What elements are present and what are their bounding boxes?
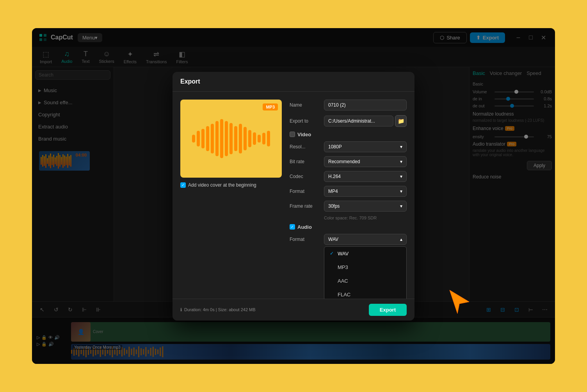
export-waveform-svg [188,115,274,162]
resolution-select[interactable]: 1080P ▾ [324,141,407,152]
framerate-row: Frame rate 30fps ▾ [290,201,407,212]
chevron-down-icon: ▾ [400,174,402,179]
svg-rect-57 [258,135,261,143]
framerate-label: Frame rate [290,203,321,209]
audio-section-header: ✓ Audio [290,224,407,230]
cover-checkbox[interactable]: ✓ [180,182,186,188]
codec-label: Codec [290,174,321,179]
export-overlay: Export MP3 [32,28,555,364]
preview-area: MP3 [180,100,282,291]
audio-format-row: Format WAV ▴ ✓ WAV [290,234,407,245]
mp3-badge: MP3 [263,103,278,110]
app-window: CapCut Menu▾ ⬡ Share ⬆ Export – □ ✕ ⬚ Im… [32,28,555,364]
svg-rect-46 [206,126,209,151]
framerate-select[interactable]: 30fps ▾ [324,201,407,212]
dropdown-item-aac[interactable]: AAC [324,274,406,288]
svg-rect-58 [262,133,265,144]
format-row: Format MP4 ▾ [290,186,407,197]
svg-rect-55 [248,130,251,147]
chevron-down-icon: ▾ [400,189,402,194]
svg-rect-56 [253,132,256,145]
audio-checkbox[interactable]: ✓ [290,224,295,230]
bitrate-select[interactable]: Recommended ▾ [324,156,407,167]
folder-button[interactable]: 📁 [395,115,407,127]
dialog-footer: ℹ Duration: 4m 0s | Size: about 242 MB E… [173,299,414,321]
duration-text: Duration: 4m 0s | Size: about 242 MB [184,307,256,312]
bitrate-row: Bit rate Recommended ▾ [290,156,407,167]
chevron-down-icon: ▾ [400,159,402,164]
checkmark-icon: ✓ [291,225,294,229]
svg-rect-48 [215,121,219,156]
format-label: Format [290,189,321,194]
exportto-label: Export to [290,118,321,124]
svg-rect-43 [192,135,195,143]
resolution-label: Resol... [290,144,321,150]
audio-section-label: Audio [297,224,312,230]
audio-format-dropdown: ✓ WAV MP3 AAC [324,246,407,299]
chevron-up-icon: ▴ [400,237,402,242]
cover-check-label: Add video cover at the beginning [188,182,256,188]
cover-check-row: ✓ Add video cover at the beginning [180,182,282,188]
video-checkbox[interactable] [290,132,295,137]
codec-row: Codec H.264 ▾ [290,171,407,182]
audio-format-select[interactable]: WAV ▴ [324,234,407,245]
format-select[interactable]: MP4 ▾ [324,186,407,197]
dropdown-item-mp3[interactable]: MP3 [324,260,406,274]
svg-rect-50 [225,121,228,156]
preview-box: MP3 [180,100,282,178]
name-row: Name [290,100,407,110]
svg-rect-54 [244,127,247,150]
settings-area: Name Export to 📁 Video [290,100,407,291]
dropdown-item-flac[interactable]: FLAC [324,288,406,299]
bitrate-label: Bit rate [290,159,321,164]
dialog-body: MP3 [173,92,414,299]
name-label: Name [290,102,321,108]
svg-rect-53 [239,124,242,153]
cursor-overlay [446,288,473,317]
export-dialog: Export MP3 [173,72,414,321]
video-section-header: Video [290,132,407,137]
svg-rect-45 [201,129,205,148]
info-icon: ℹ [180,307,182,312]
video-section-label: Video [297,132,311,137]
audio-format-label: Format [290,237,321,242]
exportto-row: Export to 📁 [290,115,407,127]
wav-checkmark: ✓ [330,251,334,256]
svg-rect-52 [234,126,237,151]
svg-rect-59 [267,131,270,146]
chevron-down-icon: ▾ [400,203,402,209]
svg-rect-44 [197,131,200,146]
name-input[interactable] [324,100,407,110]
chevron-down-icon: ▾ [400,144,402,150]
dialog-title: Export [180,78,200,85]
dropdown-item-wav[interactable]: ✓ WAV [324,247,406,260]
path-area: 📁 [324,115,407,127]
dialog-header: Export [173,72,414,92]
cursor-arrow-svg [446,288,473,315]
duration-info: ℹ Duration: 4m 0s | Size: about 242 MB [180,307,256,312]
path-input[interactable] [324,116,393,127]
svg-rect-47 [211,124,214,153]
svg-rect-49 [220,119,223,158]
resolution-row: Resol... 1080P ▾ [290,141,407,152]
codec-select[interactable]: H.264 ▾ [324,171,407,182]
svg-rect-51 [229,123,233,154]
export-action-button[interactable]: Export [369,304,407,316]
color-space-note: Color space: Rec. 709 SDR [324,216,407,220]
svg-marker-60 [450,290,469,314]
